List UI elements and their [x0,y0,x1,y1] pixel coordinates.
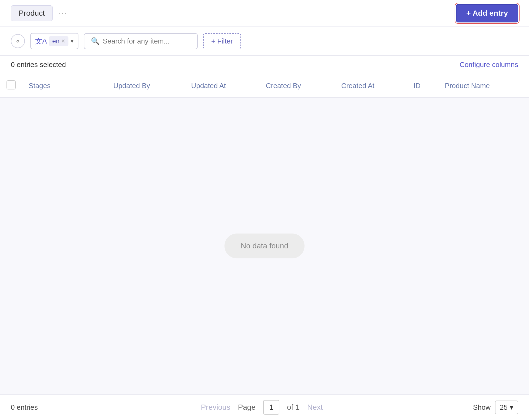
chevron-down-icon: ▾ [71,38,74,45]
entries-selected-count: 0 entries selected [11,61,66,69]
table-header-row: Stages Updated By Updated At Created By … [0,74,529,98]
column-header-stages: Stages [22,74,107,98]
show-label: Show [473,403,491,412]
column-header-product-name: Product Name [438,74,529,98]
column-header-created-at: Created At [335,74,407,98]
more-options-button[interactable]: ··· [58,8,68,18]
previous-button[interactable]: Previous [201,403,230,412]
show-count-value: 25 [500,403,508,412]
data-table: Stages Updated By Updated At Created By … [0,74,529,98]
add-entry-button[interactable]: + Add entry [456,4,518,22]
page-number-input[interactable] [263,400,279,415]
product-tab[interactable]: Product [11,5,53,21]
show-chevron-icon: ▾ [510,403,513,412]
next-button[interactable]: Next [307,403,323,412]
header-left: Product ··· [11,5,68,21]
collapse-icon: « [16,38,19,45]
search-icon: 🔍 [91,37,100,45]
column-header-id: ID [407,74,438,98]
column-header-updated-by: Updated By [107,74,185,98]
no-data-message: No data found [224,234,305,258]
show-section: Show 25 ▾ [459,401,518,414]
configure-columns-button[interactable]: Configure columns [459,61,518,69]
show-count-select[interactable]: 25 ▾ [495,401,518,414]
search-box[interactable]: 🔍 [84,33,198,49]
table-body-area: Stages Updated By Updated At Created By … [0,74,529,394]
language-remove-button[interactable]: × [62,38,65,45]
collapse-button[interactable]: « [11,34,25,48]
page-label: Page [238,403,256,412]
footer-entries-count: 0 entries [11,403,65,412]
page-header: Product ··· + Add entry [0,0,529,27]
column-header-created-by: Created By [259,74,335,98]
column-header-updated-at: Updated At [185,74,259,98]
language-code: en [52,37,59,45]
toolbar: « 文A en × ▾ 🔍 + Filter [0,27,529,56]
language-tag: en × [49,36,68,46]
select-all-checkbox[interactable] [6,80,16,89]
pagination: Previous Page of 1 Next [201,400,323,415]
footer: 0 entries Previous Page of 1 Next Show 2… [0,394,529,420]
search-input[interactable] [103,37,191,45]
filter-button[interactable]: + Filter [203,33,241,49]
table-meta-row: 0 entries selected Configure columns [0,56,529,74]
empty-state: No data found [0,98,529,394]
translate-icon: 文A [35,36,47,46]
select-all-checkbox-header[interactable] [0,74,22,98]
language-selector[interactable]: 文A en × ▾ [30,33,78,49]
page-of-total: of 1 [287,403,300,412]
